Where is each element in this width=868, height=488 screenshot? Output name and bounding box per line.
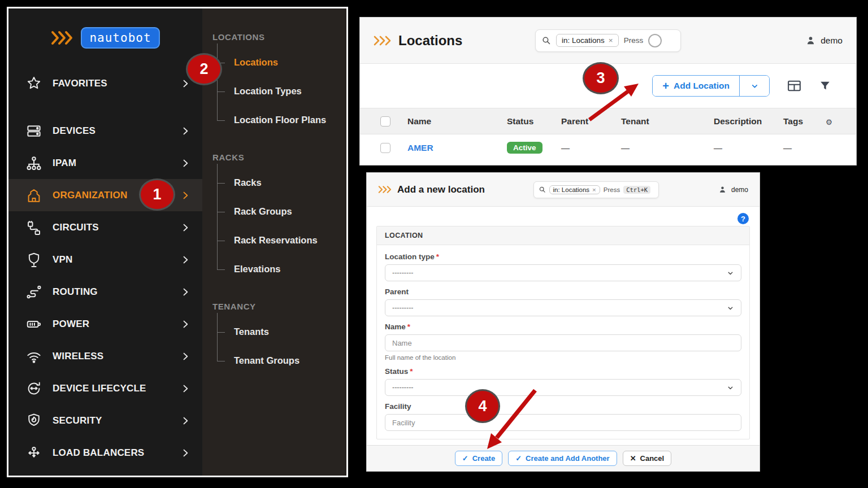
location-type-select[interactable]: ---------: [385, 264, 741, 281]
chevron-right-icon: [180, 319, 191, 330]
annotation-badge-3: 3: [583, 62, 619, 94]
filter-button[interactable]: [819, 80, 831, 92]
nautobot-logo[interactable]: nautobot: [8, 8, 202, 67]
wifi-icon: [25, 348, 42, 365]
sidebar-item-ipam[interactable]: IPAM: [8, 147, 202, 179]
add-location-dropdown-toggle[interactable]: [740, 76, 769, 96]
global-search-input[interactable]: in: Locations × Press Ctrl+K: [533, 181, 659, 198]
location-type-label: Location type*: [385, 252, 741, 261]
submenu-item-tenants[interactable]: Tenants: [217, 317, 346, 346]
ipam-sitemap-icon: [25, 155, 42, 172]
facility-field[interactable]: [385, 414, 741, 431]
column-header-name: Name: [407, 116, 507, 127]
sidebar-item-power[interactable]: POWER: [8, 308, 202, 340]
user-menu[interactable]: demo: [805, 35, 843, 46]
table-settings-button[interactable]: ⚙: [826, 118, 832, 127]
parent-select[interactable]: ---------: [385, 299, 741, 316]
cell-tags: —: [783, 143, 821, 152]
submenu-item-locations[interactable]: Locations: [217, 48, 346, 77]
add-location-header: Add a new location in: Locations × Press…: [367, 173, 760, 207]
help-button[interactable]: ?: [737, 213, 749, 224]
column-header-description: Description: [714, 116, 783, 127]
table-config-button[interactable]: [787, 79, 802, 93]
cancel-button[interactable]: ✕ Cancel: [623, 451, 672, 466]
name-field[interactable]: [385, 334, 741, 351]
search-icon: [541, 36, 551, 45]
sidebar-item-circuits[interactable]: CIRCUITS: [8, 211, 202, 243]
ctrl-k-hint-partial: [648, 34, 662, 47]
create-and-add-another-button[interactable]: ✓ Create and Add Another: [508, 451, 617, 466]
location-link-amer[interactable]: AMER: [407, 143, 433, 152]
star-icon: [25, 75, 42, 92]
submenu-item-rack-groups[interactable]: Rack Groups: [217, 197, 346, 226]
facility-label: Facility: [385, 402, 741, 411]
chevron-right-icon: [180, 125, 191, 137]
organization-submenu: LOCATIONS Locations Location Types Locat…: [202, 8, 346, 476]
check-icon: ✓: [462, 454, 468, 463]
submenu-item-location-types[interactable]: Location Types: [217, 77, 346, 106]
user-icon: [805, 35, 816, 46]
lifecycle-arrows-icon: [25, 380, 42, 397]
chevron-right-icon: [180, 158, 191, 169]
sidebar-item-security[interactable]: SECURITY: [8, 404, 202, 437]
annotation-badge-4: 4: [465, 389, 500, 423]
submenu-item-elevations[interactable]: Elevations: [217, 255, 346, 284]
status-label: Status*: [385, 367, 741, 376]
security-shield-icon: [25, 412, 42, 429]
row-checkbox[interactable]: [380, 143, 390, 153]
select-all-checkbox[interactable]: [380, 116, 390, 127]
submenu-section-racks: RACKS: [212, 151, 346, 164]
x-icon: ✕: [630, 454, 636, 463]
name-label: Name*: [385, 323, 741, 331]
chevron-right-icon: [180, 415, 191, 426]
chevron-right-icon: [180, 447, 191, 459]
table-row: AMER Active — — — —: [360, 134, 856, 161]
sidebar-item-vpn[interactable]: VPN: [8, 243, 202, 276]
devices-icon: [25, 123, 42, 140]
sidebar-item-wireless[interactable]: WIRELESS: [8, 340, 202, 372]
global-search-input[interactable]: in: Locations × Press: [535, 29, 681, 52]
sidebar-item-device-lifecycle[interactable]: DEVICE LIFECYCLE: [8, 372, 202, 404]
submenu-item-rack-reservations[interactable]: Rack Reservations: [217, 226, 346, 255]
submenu-item-location-floor-plans[interactable]: Location Floor Plans: [217, 106, 346, 134]
form-footer: ✓ Create ✓ Create and Add Another ✕ Canc…: [367, 445, 760, 471]
annotation-badge-1: 1: [139, 178, 175, 211]
chevron-right-icon: [180, 222, 191, 233]
chevron-down-icon: [727, 269, 734, 277]
locations-page-header: Locations in: Locations × Press demo: [360, 18, 856, 64]
chip-close-icon[interactable]: ×: [592, 186, 596, 193]
add-location-form: ? LOCATION Location type* --------- Pare…: [367, 207, 760, 439]
chevron-right-icon: [180, 254, 191, 265]
submenu-item-racks[interactable]: Racks: [217, 168, 346, 197]
search-filter-chip[interactable]: in: Locations ×: [556, 34, 619, 47]
user-menu[interactable]: demo: [718, 185, 748, 194]
locations-table: Name Status Parent Tenant Description Ta…: [360, 108, 856, 161]
chevron-right-icon: [180, 190, 191, 201]
filter-funnel-icon: [819, 80, 831, 92]
chevron-down-icon: [727, 304, 734, 312]
sidebar-item-routing[interactable]: ROUTING: [8, 276, 202, 308]
chip-close-icon[interactable]: ×: [609, 36, 613, 45]
sidebar-item-devices[interactable]: DEVICES: [8, 115, 202, 147]
chevron-right-icon: [180, 351, 191, 362]
breadcrumb-chevrons-icon: [374, 35, 393, 46]
search-filter-chip[interactable]: in: Locations ×: [549, 185, 600, 194]
submenu-section-locations: LOCATIONS: [212, 31, 346, 43]
load-balancer-icon: [25, 445, 42, 461]
sidebar: nautobot FAVORITES DEVICES IPAM: [8, 8, 202, 476]
form-section-header: LOCATION: [377, 226, 749, 245]
add-location-button[interactable]: + Add Location: [653, 76, 740, 96]
parent-label: Parent: [385, 287, 741, 296]
status-select[interactable]: ---------: [385, 379, 741, 396]
chevron-down-icon: [750, 82, 759, 90]
power-battery-icon: [25, 316, 42, 333]
create-button[interactable]: ✓ Create: [455, 451, 502, 466]
submenu-item-tenant-groups[interactable]: Tenant Groups: [217, 346, 346, 375]
sidebar-item-favorites[interactable]: FAVORITES: [8, 67, 202, 99]
column-header-tags: Tags: [783, 116, 821, 127]
chevron-right-icon: [180, 383, 191, 394]
table-header-row: Name Status Parent Tenant Description Ta…: [360, 108, 856, 134]
chevron-right-icon: [180, 286, 191, 298]
sidebar-item-load-balancers[interactable]: LOAD BALANCERS: [8, 437, 202, 469]
column-header-tenant: Tenant: [621, 116, 714, 127]
